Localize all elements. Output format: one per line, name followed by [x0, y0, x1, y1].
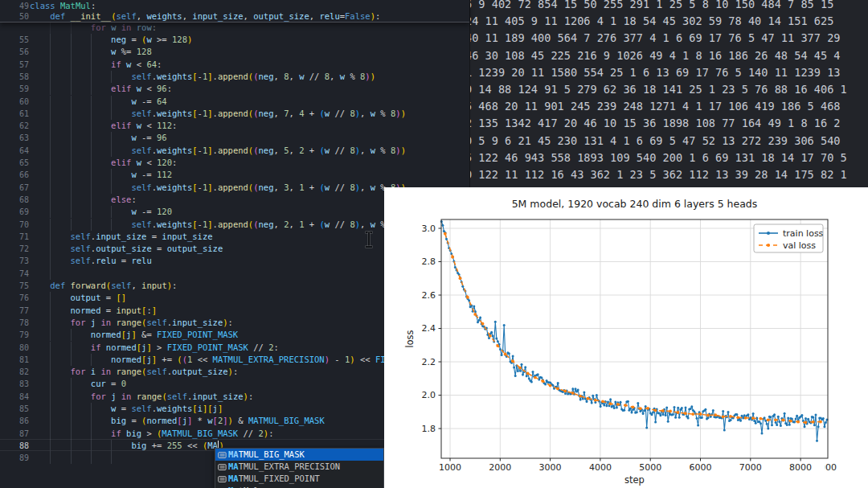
train-loss-marker — [454, 266, 457, 269]
val-loss-marker — [504, 353, 507, 356]
line-number: 85 — [0, 403, 29, 415]
train-loss-marker — [607, 401, 609, 404]
train-loss-marker — [780, 424, 782, 427]
code-line[interactable]: 59elif w < 96: — [0, 83, 469, 95]
suggest-item[interactable]: MatMul — [215, 485, 383, 488]
train-loss-marker — [723, 429, 726, 432]
code-line[interactable]: 66w -= 112 — [0, 169, 469, 181]
axes-frame — [441, 219, 828, 458]
line-number: 61 — [0, 108, 29, 120]
sticky-line[interactable]: 50def __init__(self, weights, input_size… — [0, 11, 469, 22]
train-loss-marker — [623, 409, 625, 412]
indent-guide — [91, 452, 92, 464]
indent-guide — [50, 145, 51, 157]
train-loss-marker — [693, 411, 695, 413]
code-line[interactable]: 57if w < 64: — [0, 59, 469, 71]
train-loss-marker — [807, 418, 809, 420]
indent-guide — [91, 354, 92, 366]
indent-guide — [91, 169, 92, 181]
train-loss-marker — [813, 424, 816, 426]
train-loss-marker — [722, 410, 724, 412]
line-number: 49 — [0, 1, 29, 11]
x-tick-label-clipped: 9000 — [814, 462, 837, 473]
indent-guide — [71, 440, 72, 452]
val-loss-marker — [661, 409, 665, 412]
line-number: 77 — [0, 305, 29, 317]
train-loss-marker — [805, 417, 807, 420]
suggest-item[interactable]: MATMUL_BIG_MASK — [215, 449, 383, 461]
train-loss-marker — [603, 404, 605, 407]
val-loss-marker — [751, 416, 755, 420]
train-loss-marker — [495, 337, 497, 339]
sticky-scroll-header[interactable]: 49class MatMul:50def __init__(self, weig… — [0, 0, 469, 23]
train-loss-marker — [776, 424, 778, 426]
val-loss-marker — [579, 395, 582, 398]
indent-guide — [50, 329, 51, 341]
indent-guide — [71, 83, 72, 95]
indent-guide — [111, 108, 112, 120]
terminal-panel[interactable]: 6 9 402 72 854 15 50 255 291 1 25 5 8 10… — [469, 0, 868, 187]
indent-guide — [50, 46, 51, 58]
indent-guide — [111, 206, 112, 218]
train-loss-marker — [707, 416, 710, 419]
terminal-output: 6 9 402 72 854 15 50 255 291 1 25 5 8 10… — [469, 0, 868, 183]
val-loss-marker — [601, 400, 604, 403]
train-loss-marker — [479, 316, 481, 318]
train-loss-marker — [677, 407, 679, 409]
code-line[interactable]: 55neg = (w >= 128) — [0, 34, 469, 46]
line-number: 66 — [0, 169, 29, 181]
line-number: 75 — [0, 280, 29, 292]
indent-guide — [71, 452, 72, 464]
matplotlib-figure-window: 1000200030004000500060007000800090001.82… — [384, 187, 868, 488]
indent-guide — [91, 132, 92, 144]
train-loss-marker — [497, 340, 499, 342]
indent-guide — [91, 59, 92, 71]
code-line[interactable]: 65elif w < 120: — [0, 157, 469, 169]
code-line[interactable]: for w in row: — [0, 22, 469, 34]
train-loss-marker — [674, 406, 676, 408]
indent-guide — [71, 96, 72, 108]
code-line[interactable]: 56w %= 128 — [0, 46, 469, 58]
code-line[interactable]: 62elif w < 112: — [0, 120, 469, 132]
code-line[interactable]: 63w -= 96 — [0, 132, 469, 144]
train-loss-marker — [769, 416, 772, 418]
line-number: 88 — [0, 440, 29, 452]
train-loss-marker — [582, 398, 584, 400]
suggest-item[interactable]: MATMUL_FIXED_POINT — [215, 473, 383, 485]
code-line[interactable]: 58self.weights[-1].append((neg, 8, w // … — [0, 71, 469, 83]
train-loss-marker — [652, 411, 654, 413]
train-loss-marker — [643, 409, 645, 412]
sticky-line[interactable]: 49class MatMul: — [0, 1, 469, 11]
train-loss-marker — [752, 412, 755, 415]
autocomplete-popup[interactable]: MATMUL_BIG_MASKMATMUL_EXTRA_PRECISIONMAT… — [215, 448, 384, 488]
train-loss-marker — [825, 421, 827, 424]
suggest-item-label: MATMUL_EXTRA_PRECISION — [228, 461, 340, 473]
train-loss-marker — [645, 405, 647, 408]
code-line[interactable]: 61self.weights[-1].append((neg, 7, 4 + (… — [0, 108, 469, 120]
val-loss-marker — [736, 416, 739, 419]
indent-guide — [71, 34, 72, 46]
indent-guide — [91, 145, 92, 157]
y-axis-label: loss — [404, 330, 416, 347]
line-number: 87 — [0, 428, 29, 440]
indent-guide — [91, 96, 92, 108]
indent-guide — [50, 231, 51, 243]
val-loss-marker — [714, 413, 717, 416]
train-loss-marker — [477, 321, 479, 323]
train-loss-marker — [441, 224, 444, 227]
train-loss-marker — [678, 416, 681, 419]
train-loss-marker — [766, 423, 768, 425]
train-loss-marker — [651, 413, 653, 416]
train-loss-marker — [659, 414, 661, 416]
train-loss-marker — [727, 411, 730, 413]
indent-guide — [50, 452, 51, 464]
suggest-item[interactable]: MATMUL_EXTRA_PRECISION — [215, 461, 383, 473]
indent-guide — [91, 219, 92, 231]
indent-guide — [50, 342, 51, 354]
code-line[interactable]: 64self.weights[-1].append((neg, 5, 2 + (… — [0, 145, 469, 157]
val-loss-marker — [511, 359, 514, 363]
code-line[interactable]: 60w -= 64 — [0, 96, 469, 108]
indent-guide — [71, 157, 72, 169]
indent-guide — [111, 96, 112, 108]
train-loss-marker — [739, 420, 742, 422]
